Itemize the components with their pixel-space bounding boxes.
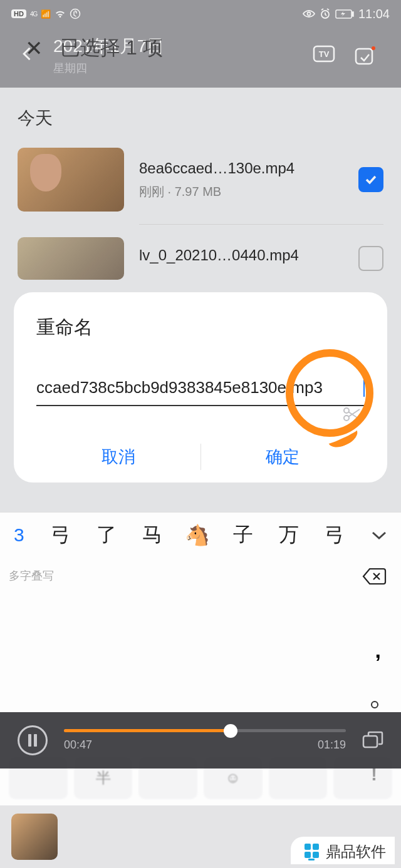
watermark-text: 鼎品软件 [326, 842, 386, 862]
svg-rect-14 [305, 844, 311, 850]
keyboard-suggestions: 3 弓 了 马 🐴 子 万 弓 [0, 512, 401, 557]
svg-rect-11 [28, 734, 31, 747]
chevron-down-icon[interactable] [357, 530, 401, 540]
cancel-button[interactable]: 取消 [36, 431, 200, 483]
candidate[interactable]: 万 [266, 521, 312, 549]
current-input[interactable]: 3 [0, 524, 38, 546]
comma-key[interactable]: , [375, 638, 381, 663]
candidate[interactable]: 了 [83, 521, 129, 549]
progress-bar[interactable]: 00:47 01:19 [64, 729, 346, 752]
pause-button[interactable] [18, 725, 48, 755]
svg-rect-17 [313, 852, 319, 858]
candidate[interactable]: 弓 [311, 521, 357, 549]
candidate[interactable]: 马 [129, 521, 175, 549]
mini-thumbnail [11, 814, 58, 860]
svg-rect-13 [363, 736, 377, 747]
rename-input[interactable] [36, 378, 365, 397]
candidate[interactable]: 弓 [38, 521, 84, 549]
text-cursor [363, 378, 365, 397]
svg-rect-18 [308, 859, 315, 860]
pip-icon[interactable] [362, 731, 383, 750]
svg-rect-12 [34, 734, 37, 747]
keyboard-hint: 多字叠写 [9, 569, 54, 582]
backspace-icon[interactable] [362, 567, 387, 586]
player-bar: 00:47 01:19 [0, 712, 401, 768]
candidate[interactable]: 🐴 [175, 523, 221, 547]
svg-rect-16 [305, 852, 311, 858]
time-total: 01:19 [318, 738, 346, 752]
watermark: 鼎品软件 [291, 837, 395, 864]
dot-key[interactable] [371, 701, 378, 708]
ok-button[interactable]: 确定 [201, 431, 365, 483]
scissor-icon[interactable] [342, 406, 362, 422]
rename-dialog: 重命名 取消 确定 [14, 292, 387, 483]
svg-rect-15 [313, 844, 319, 850]
candidate[interactable]: 子 [221, 521, 266, 549]
watermark-icon [302, 842, 321, 861]
dialog-title: 重命名 [36, 315, 365, 340]
time-elapsed: 00:47 [64, 738, 92, 752]
